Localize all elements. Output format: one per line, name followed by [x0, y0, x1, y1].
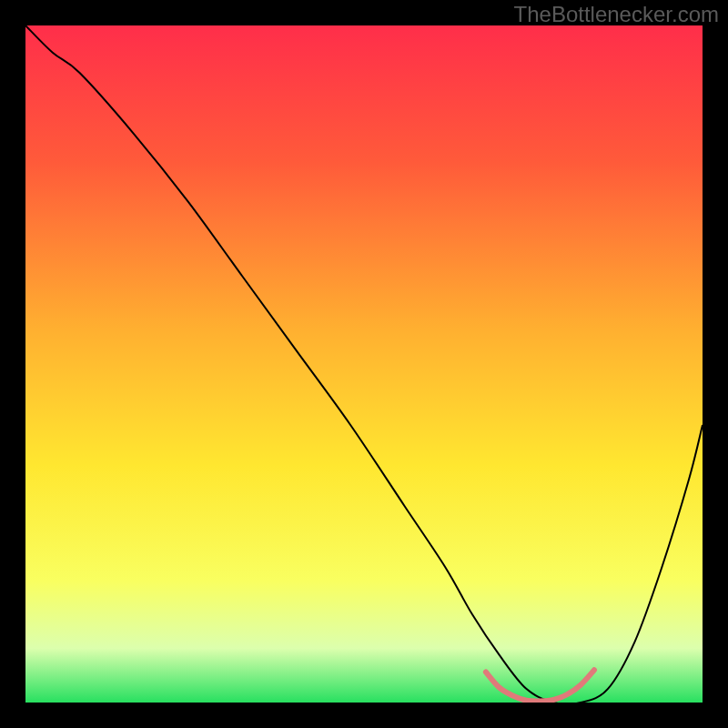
watermark-text: TheBottlenecker.com [514, 2, 719, 27]
chart-svg [25, 25, 703, 703]
plot-area [25, 25, 703, 703]
chart-container: TheBottlenecker.com [0, 0, 728, 728]
